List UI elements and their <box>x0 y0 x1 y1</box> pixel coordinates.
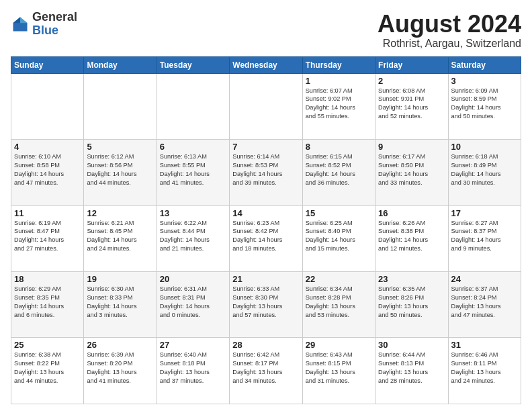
calendar-cell: 7Sunrise: 6:14 AM Sunset: 8:53 PM Daylig… <box>230 140 302 205</box>
calendar-cell: 21Sunrise: 6:33 AM Sunset: 8:30 PM Dayli… <box>230 272 302 338</box>
day-number: 25 <box>14 340 81 350</box>
day-number: 21 <box>232 274 299 284</box>
header: General Blue August 2024 Rothrist, Aarga… <box>11 11 521 50</box>
day-number: 15 <box>306 208 372 218</box>
day-number: 22 <box>306 274 372 284</box>
day-number: 3 <box>451 76 518 86</box>
day-number: 9 <box>378 142 445 152</box>
calendar-cell: 3Sunrise: 6:09 AM Sunset: 8:59 PM Daylig… <box>448 73 521 139</box>
day-info: Sunrise: 6:13 AM Sunset: 8:55 PM Dayligh… <box>160 152 226 187</box>
logo-text: General Blue <box>32 11 77 38</box>
calendar-cell: 27Sunrise: 6:40 AM Sunset: 8:18 PM Dayli… <box>157 338 229 404</box>
day-number: 10 <box>451 142 518 152</box>
day-info: Sunrise: 6:12 AM Sunset: 8:56 PM Dayligh… <box>87 152 153 187</box>
calendar-cell: 17Sunrise: 6:27 AM Sunset: 8:37 PM Dayli… <box>448 205 521 271</box>
calendar-header: Sunday Monday Tuesday Wednesday Thursday… <box>11 56 521 73</box>
day-number: 16 <box>378 208 445 218</box>
day-info: Sunrise: 6:21 AM Sunset: 8:45 PM Dayligh… <box>87 219 153 254</box>
logo-general: General <box>32 10 77 24</box>
day-info: Sunrise: 6:38 AM Sunset: 8:22 PM Dayligh… <box>14 351 81 385</box>
day-number: 13 <box>160 208 226 218</box>
col-tuesday: Tuesday <box>157 56 229 73</box>
day-number: 8 <box>306 142 372 152</box>
day-number: 28 <box>232 340 299 350</box>
day-number: 18 <box>14 274 81 284</box>
svg-marker-2 <box>13 17 21 23</box>
calendar-cell <box>230 73 302 139</box>
calendar-table: Sunday Monday Tuesday Wednesday Thursday… <box>11 56 521 404</box>
calendar-body: 1Sunrise: 6:07 AM Sunset: 9:02 PM Daylig… <box>11 73 521 404</box>
calendar-cell: 24Sunrise: 6:37 AM Sunset: 8:24 PM Dayli… <box>448 272 521 338</box>
day-info: Sunrise: 6:26 AM Sunset: 8:38 PM Dayligh… <box>378 219 445 254</box>
day-number: 19 <box>87 274 153 284</box>
day-number: 31 <box>451 340 518 350</box>
day-number: 7 <box>232 142 299 152</box>
day-info: Sunrise: 6:14 AM Sunset: 8:53 PM Dayligh… <box>232 152 299 187</box>
calendar-cell: 23Sunrise: 6:35 AM Sunset: 8:26 PM Dayli… <box>375 272 448 338</box>
day-info: Sunrise: 6:08 AM Sunset: 9:01 PM Dayligh… <box>378 87 445 122</box>
day-info: Sunrise: 6:42 AM Sunset: 8:17 PM Dayligh… <box>232 351 299 385</box>
day-number: 23 <box>378 274 445 284</box>
day-info: Sunrise: 6:46 AM Sunset: 8:11 PM Dayligh… <box>451 351 518 385</box>
location-title: Rothrist, Aargau, Switzerland <box>378 38 521 50</box>
day-info: Sunrise: 6:33 AM Sunset: 8:30 PM Dayligh… <box>232 285 299 320</box>
day-number: 1 <box>306 76 372 86</box>
calendar-cell: 14Sunrise: 6:23 AM Sunset: 8:42 PM Dayli… <box>230 205 302 271</box>
page: General Blue August 2024 Rothrist, Aarga… <box>0 0 532 411</box>
logo: General Blue <box>11 11 77 38</box>
col-friday: Friday <box>375 56 448 73</box>
day-info: Sunrise: 6:17 AM Sunset: 8:50 PM Dayligh… <box>378 152 445 187</box>
day-number: 12 <box>87 208 153 218</box>
day-number: 29 <box>306 340 372 350</box>
day-number: 17 <box>451 208 518 218</box>
calendar-cell: 12Sunrise: 6:21 AM Sunset: 8:45 PM Dayli… <box>84 205 157 271</box>
day-number: 24 <box>451 274 518 284</box>
day-info: Sunrise: 6:23 AM Sunset: 8:42 PM Dayligh… <box>232 219 299 254</box>
day-info: Sunrise: 6:18 AM Sunset: 8:49 PM Dayligh… <box>451 152 518 187</box>
calendar-week-0: 1Sunrise: 6:07 AM Sunset: 9:02 PM Daylig… <box>11 73 521 139</box>
calendar-cell: 10Sunrise: 6:18 AM Sunset: 8:49 PM Dayli… <box>448 140 521 205</box>
calendar-cell: 30Sunrise: 6:44 AM Sunset: 8:13 PM Dayli… <box>375 338 448 404</box>
day-info: Sunrise: 6:40 AM Sunset: 8:18 PM Dayligh… <box>160 351 226 385</box>
calendar-cell <box>84 73 157 139</box>
calendar-week-1: 4Sunrise: 6:10 AM Sunset: 8:58 PM Daylig… <box>11 140 521 205</box>
day-info: Sunrise: 6:31 AM Sunset: 8:31 PM Dayligh… <box>160 285 226 320</box>
title-block: August 2024 Rothrist, Aargau, Switzerlan… <box>378 11 521 50</box>
header-row: Sunday Monday Tuesday Wednesday Thursday… <box>11 56 521 73</box>
calendar-cell: 1Sunrise: 6:07 AM Sunset: 9:02 PM Daylig… <box>302 73 375 139</box>
calendar-cell: 26Sunrise: 6:39 AM Sunset: 8:20 PM Dayli… <box>84 338 157 404</box>
calendar-week-2: 11Sunrise: 6:19 AM Sunset: 8:47 PM Dayli… <box>11 205 521 271</box>
calendar-cell: 19Sunrise: 6:30 AM Sunset: 8:33 PM Dayli… <box>84 272 157 338</box>
day-number: 30 <box>378 340 445 350</box>
col-monday: Monday <box>84 56 157 73</box>
day-info: Sunrise: 6:39 AM Sunset: 8:20 PM Dayligh… <box>87 351 153 385</box>
svg-marker-1 <box>20 17 28 23</box>
calendar-cell: 29Sunrise: 6:43 AM Sunset: 8:15 PM Dayli… <box>302 338 375 404</box>
calendar-cell: 25Sunrise: 6:38 AM Sunset: 8:22 PM Dayli… <box>11 338 84 404</box>
calendar-cell: 20Sunrise: 6:31 AM Sunset: 8:31 PM Dayli… <box>157 272 229 338</box>
day-number: 6 <box>160 142 226 152</box>
calendar-cell: 9Sunrise: 6:17 AM Sunset: 8:50 PM Daylig… <box>375 140 448 205</box>
day-info: Sunrise: 6:09 AM Sunset: 8:59 PM Dayligh… <box>451 87 518 122</box>
calendar-cell: 22Sunrise: 6:34 AM Sunset: 8:28 PM Dayli… <box>302 272 375 338</box>
calendar-week-3: 18Sunrise: 6:29 AM Sunset: 8:35 PM Dayli… <box>11 272 521 338</box>
logo-blue: Blue <box>32 24 58 37</box>
calendar-cell: 6Sunrise: 6:13 AM Sunset: 8:55 PM Daylig… <box>157 140 229 205</box>
calendar-cell: 18Sunrise: 6:29 AM Sunset: 8:35 PM Dayli… <box>11 272 84 338</box>
day-info: Sunrise: 6:29 AM Sunset: 8:35 PM Dayligh… <box>14 285 81 320</box>
day-info: Sunrise: 6:43 AM Sunset: 8:15 PM Dayligh… <box>306 351 372 385</box>
day-number: 2 <box>378 76 445 86</box>
day-number: 4 <box>14 142 81 152</box>
day-info: Sunrise: 6:10 AM Sunset: 8:58 PM Dayligh… <box>14 152 81 187</box>
day-info: Sunrise: 6:30 AM Sunset: 8:33 PM Dayligh… <box>87 285 153 320</box>
day-info: Sunrise: 6:37 AM Sunset: 8:24 PM Dayligh… <box>451 285 518 320</box>
day-number: 27 <box>160 340 226 350</box>
col-saturday: Saturday <box>448 56 521 73</box>
day-info: Sunrise: 6:19 AM Sunset: 8:47 PM Dayligh… <box>14 219 81 254</box>
calendar-cell: 15Sunrise: 6:25 AM Sunset: 8:40 PM Dayli… <box>302 205 375 271</box>
day-number: 20 <box>160 274 226 284</box>
day-info: Sunrise: 6:15 AM Sunset: 8:52 PM Dayligh… <box>306 152 372 187</box>
calendar-cell: 16Sunrise: 6:26 AM Sunset: 8:38 PM Dayli… <box>375 205 448 271</box>
calendar-cell: 31Sunrise: 6:46 AM Sunset: 8:11 PM Dayli… <box>448 338 521 404</box>
month-title: August 2024 <box>378 11 521 38</box>
